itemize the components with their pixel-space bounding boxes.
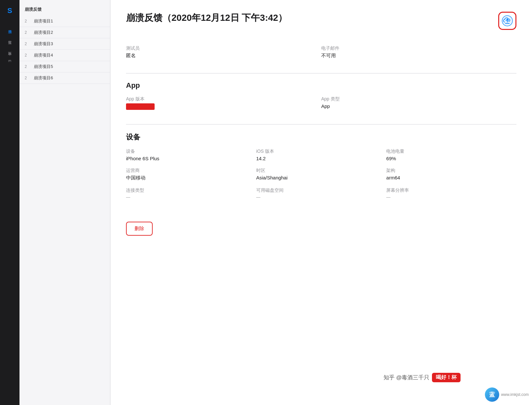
- timezone-value: Asia/Shanghai: [256, 175, 386, 180]
- app-version-label: App 版本: [126, 96, 321, 102]
- item-label: 崩溃项目4: [34, 52, 53, 58]
- ios-label: iOS 版本: [256, 149, 386, 154]
- arch-cell: 架构 arm64: [386, 168, 516, 181]
- battery-cell: 电池电量 69%: [386, 149, 516, 161]
- sidebar-item-crash[interactable]: 崩溃: [6, 25, 14, 29]
- ios-value: 14.2: [256, 156, 386, 161]
- carrier-cell: 运营商 中国移动: [126, 168, 256, 181]
- ios-cell: iOS 版本 14.2: [256, 149, 386, 161]
- page-title: 崩溃反馈（2020年12月12日 下午3:42）: [126, 12, 287, 24]
- app-type-label: App 类型: [321, 96, 516, 102]
- delete-section: 删除: [110, 214, 532, 249]
- app-grid: App 版本 1.0.0 (2.5.4) App 类型 App: [126, 96, 516, 116]
- sidebar: S 崩溃 位置 版本 E: [0, 0, 19, 405]
- tester-cell: 测试员 匿名: [126, 46, 321, 59]
- item-number: 2: [25, 64, 31, 69]
- logo-site: www.imkjst.com: [501, 392, 529, 397]
- device-grid-row1: 设备 iPhone 6S Plus iOS 版本 14.2 电池电量 69%: [126, 149, 516, 168]
- item-number: 2: [25, 53, 31, 58]
- left-panel: 崩溃反馈 2 崩溃项目1 2 崩溃项目2 2 崩溃项目3 2 崩溃项目4 2 崩…: [19, 0, 110, 405]
- timezone-label: 时区: [256, 168, 386, 174]
- email-value: 不可用: [321, 53, 516, 59]
- email-cell: 电子邮件 不可用: [321, 46, 516, 59]
- item-number: 2: [25, 19, 31, 23]
- app-type-cell: App 类型 App: [321, 96, 516, 110]
- sidebar-item-version[interactable]: 版本: [6, 47, 14, 51]
- tester-section: 测试员 匿名 电子邮件 不可用: [110, 38, 532, 73]
- logo-circle: 蓝: [485, 387, 499, 402]
- item-number: 2: [25, 42, 31, 46]
- tester-label: 测试员: [126, 46, 321, 51]
- item-label: 崩溃项目5: [34, 64, 53, 70]
- app-version-cell: App 版本 1.0.0 (2.5.4): [126, 96, 321, 110]
- main-content: 崩溃反馈 2 崩溃项目1 2 崩溃项目2 2 崩溃项目3 2 崩溃项目4 2 崩…: [19, 0, 532, 405]
- timezone-cell: 时区 Asia/Shanghai: [256, 168, 386, 181]
- arch-label: 架构: [386, 168, 516, 174]
- list-item[interactable]: 2 崩溃项目4: [19, 50, 110, 61]
- battery-value: 69%: [386, 156, 516, 161]
- connection-value: —: [126, 195, 256, 200]
- battery-label: 电池电量: [386, 149, 516, 154]
- sidebar-item-location[interactable]: 位置: [6, 36, 14, 40]
- sidebar-logo: S: [7, 7, 12, 15]
- sidebar-item-e[interactable]: E: [6, 58, 13, 64]
- item-label: 崩溃项目3: [34, 41, 53, 47]
- app-type-value: App: [321, 103, 516, 109]
- device-grid-row2: 运营商 中国移动 时区 Asia/Shanghai 架构 arm64: [126, 168, 516, 188]
- upload-button[interactable]: [498, 12, 516, 30]
- item-number: 2: [25, 30, 31, 35]
- resolution-value: —: [386, 195, 516, 200]
- storage-label: 可用磁盘空间: [256, 188, 386, 193]
- item-label: 崩溃项目6: [34, 75, 53, 81]
- device-value: iPhone 6S Plus: [126, 156, 256, 161]
- resolution-cell: 屏幕分辨率 —: [386, 188, 516, 200]
- list-item[interactable]: 2 崩溃项目1: [19, 16, 110, 27]
- delete-button[interactable]: 删除: [126, 222, 153, 236]
- tester-grid: 测试员 匿名 电子邮件 不可用: [126, 46, 516, 65]
- left-panel-header: 崩溃反馈: [19, 0, 110, 16]
- list-item[interactable]: 2 崩溃项目5: [19, 61, 110, 72]
- list-item[interactable]: 2 崩溃项目2: [19, 27, 110, 38]
- watermark-badge: 喝好！杯: [432, 373, 461, 382]
- arch-value: arm64: [386, 175, 516, 180]
- list-item[interactable]: 2 崩溃项目3: [19, 38, 110, 50]
- watermark-text: 知乎 @毒酒三千只: [384, 374, 429, 381]
- item-label: 崩溃项目1: [34, 18, 53, 24]
- device-cell: 设备 iPhone 6S Plus: [126, 149, 256, 161]
- device-section: 设备 设备 iPhone 6S Plus iOS 版本 14.2 电池电量 69…: [110, 124, 532, 214]
- device-grid-row3: 连接类型 — 可用磁盘空间 — 屏幕分辨率 —: [126, 188, 516, 206]
- app-section-title: App: [126, 81, 516, 90]
- watermark: 知乎 @毒酒三千只 喝好！杯: [384, 373, 461, 382]
- resolution-label: 屏幕分辨率: [386, 188, 516, 193]
- detail-header: 崩溃反馈（2020年12月12日 下午3:42）: [110, 0, 532, 38]
- detail-panel: 崩溃反馈（2020年12月12日 下午3:42） 测试员 匿名 电子邮件: [110, 0, 532, 405]
- tester-value: 匿名: [126, 53, 321, 59]
- storage-value: —: [256, 195, 386, 200]
- app-version-value: 1.0.0 (2.5.4): [126, 103, 321, 110]
- app-section: App App 版本 1.0.0 (2.5.4) App 类型 App: [110, 73, 532, 124]
- carrier-value: 中国移动: [126, 175, 256, 181]
- list-item[interactable]: 2 崩溃项目6: [19, 72, 110, 84]
- item-label: 崩溃项目2: [34, 30, 53, 35]
- watermark-logo: 蓝 www.imkjst.com: [485, 387, 529, 402]
- item-number: 2: [25, 76, 31, 80]
- cloud-upload-icon: [501, 15, 513, 27]
- connection-label: 连接类型: [126, 188, 256, 193]
- email-label: 电子邮件: [321, 46, 516, 51]
- device-section-title: 设备: [126, 132, 516, 142]
- carrier-label: 运营商: [126, 168, 256, 174]
- device-label: 设备: [126, 149, 256, 154]
- storage-cell: 可用磁盘空间 —: [256, 188, 386, 200]
- connection-cell: 连接类型 —: [126, 188, 256, 200]
